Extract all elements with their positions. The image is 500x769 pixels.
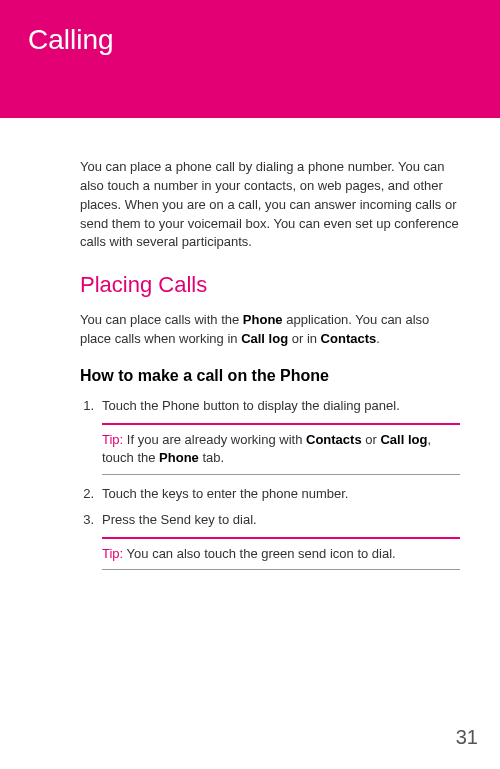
tip-label: Tip: [102, 432, 123, 447]
section-paragraph: You can place calls with the Phone appli… [80, 311, 460, 349]
tip-text: You can also touch the green send icon t… [123, 546, 395, 561]
bold-contacts: Contacts [321, 331, 377, 346]
bold-contacts: Contacts [306, 432, 362, 447]
step-number: 2. [80, 485, 102, 503]
bold-call-log: Call log [241, 331, 288, 346]
text-fragment: tab. [199, 450, 224, 465]
text-fragment: or in [288, 331, 321, 346]
bold-call-log: Call log [380, 432, 427, 447]
text-fragment: or [362, 432, 381, 447]
text-fragment: If you are already working with [123, 432, 306, 447]
tip-box-1: Tip: If you are already working with Con… [102, 423, 460, 474]
step-text: Touch the Phone button to display the di… [102, 397, 460, 415]
chapter-title: Calling [28, 20, 472, 59]
section-heading: Placing Calls [80, 270, 460, 301]
step-text: Touch the keys to enter the phone number… [102, 485, 460, 503]
chapter-header: Calling [0, 0, 500, 118]
tip-label: Tip: [102, 546, 123, 561]
text-fragment: . [376, 331, 380, 346]
subheading: How to make a call on the Phone [80, 365, 460, 387]
step-number: 3. [80, 511, 102, 529]
step-3: 3. Press the Send key to dial. [80, 511, 460, 529]
text-fragment: You can place calls with the [80, 312, 243, 327]
tip-box-2: Tip: You can also touch the green send i… [102, 537, 460, 570]
step-text: Press the Send key to dial. [102, 511, 460, 529]
page-number: 31 [456, 723, 478, 751]
bold-phone: Phone [159, 450, 199, 465]
page-content: You can place a phone call by dialing a … [0, 118, 500, 570]
bold-phone: Phone [243, 312, 283, 327]
step-number: 1. [80, 397, 102, 415]
intro-paragraph: You can place a phone call by dialing a … [80, 158, 460, 252]
step-2: 2. Touch the keys to enter the phone num… [80, 485, 460, 503]
step-1: 1. Touch the Phone button to display the… [80, 397, 460, 415]
